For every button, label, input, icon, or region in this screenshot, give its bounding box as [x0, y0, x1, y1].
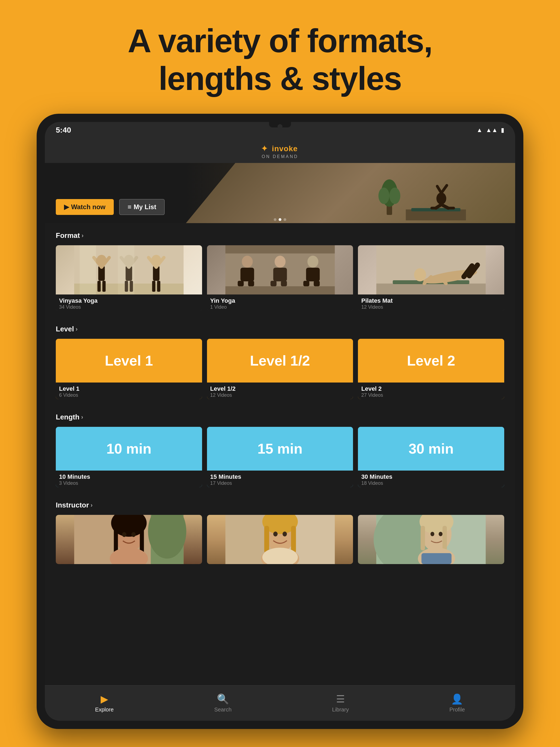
- level1-label: Level 1 6 Videos: [56, 383, 202, 399]
- svg-rect-84: [421, 526, 425, 550]
- length-cards-row: 10 min 10 Minutes 3 Videos 15 min: [56, 427, 504, 487]
- hero-yoga-figure: [406, 166, 466, 221]
- instructor-cards-row: [56, 515, 504, 564]
- tablet-screen: 5:40 ▲ ▲▲ ▮ ✦ invoke ON DEMAND: [45, 122, 515, 721]
- profile-label: Profile: [449, 706, 465, 713]
- instructor-label: Instructor: [56, 501, 89, 509]
- instructor3-image: [358, 515, 504, 564]
- level2-count: 27 Videos: [361, 392, 501, 398]
- svg-point-66: [122, 532, 126, 537]
- svg-rect-85: [443, 526, 447, 550]
- my-list-button[interactable]: ≡ My List: [119, 199, 165, 215]
- vinyasa-count: 34 Videos: [59, 304, 199, 310]
- format-card-yin[interactable]: Yin Yoga 1 Video: [207, 245, 353, 311]
- level2-title: Level 2: [361, 385, 501, 392]
- length-section: Length › 10 min 10 Minutes 3 Videos: [45, 405, 515, 493]
- level-card-1[interactable]: Level 1 Level 1 6 Videos: [56, 339, 202, 399]
- nav-profile[interactable]: 👤 Profile: [449, 693, 465, 713]
- signal-icon: ▲▲: [486, 127, 498, 134]
- tablet-camera: [278, 124, 282, 129]
- instructor3-svg: [358, 515, 504, 564]
- svg-rect-39: [238, 281, 244, 286]
- length10-body: 10 min: [56, 427, 202, 470]
- headline: A variety of formats, lengths & styles: [27, 22, 533, 97]
- svg-point-41: [275, 256, 285, 268]
- level-section: Level › Level 1 Level 1 6 Videos: [45, 317, 515, 405]
- length-card-15[interactable]: 15 min 15 Minutes 17 Videos: [207, 427, 353, 487]
- hero-image: [406, 166, 466, 221]
- svg-rect-65: [140, 529, 144, 553]
- yin-label: Yin Yoga 1 Video: [207, 294, 353, 311]
- battery-icon: ▮: [501, 127, 504, 134]
- format-card-pilates[interactable]: Pilates Mat 12 Videos: [358, 245, 504, 311]
- svg-rect-51: [377, 284, 486, 294]
- svg-rect-32: [157, 281, 160, 292]
- svg-point-76: [282, 532, 287, 537]
- level1-2-title: Level 1/2: [210, 385, 350, 392]
- instructor-chevron: ›: [91, 502, 93, 509]
- nav-library[interactable]: ☰ Library: [332, 693, 349, 713]
- svg-line-8: [441, 185, 447, 193]
- yin-count: 1 Video: [210, 304, 350, 310]
- instructor1-image: [56, 515, 202, 564]
- instructor-card-3[interactable]: [358, 515, 504, 564]
- length10-label: 10 Minutes 3 Videos: [56, 470, 202, 487]
- format-section-title[interactable]: Format ›: [56, 231, 504, 240]
- svg-point-67: [131, 532, 136, 537]
- hero-buttons: ▶ Watch now ≡ My List: [56, 199, 164, 215]
- wifi-icon: ▲: [477, 127, 483, 134]
- instructor-card-2[interactable]: [207, 515, 353, 564]
- headline-line2: lengths & styles: [159, 60, 401, 97]
- level1-body: Level 1: [56, 339, 202, 383]
- yin-svg: [207, 245, 353, 294]
- level-cards-row: Level 1 Level 1 6 Videos Level 1/2: [56, 339, 504, 399]
- watch-now-button[interactable]: ▶ Watch now: [56, 199, 114, 215]
- hero-plant: [378, 171, 400, 215]
- library-label: Library: [332, 706, 349, 713]
- level1-text: Level 1: [105, 353, 153, 369]
- svg-rect-34: [118, 245, 134, 294]
- instructor-section-title[interactable]: Instructor ›: [56, 501, 504, 509]
- pilates-svg: [358, 245, 504, 294]
- length10-text: 10 min: [106, 440, 152, 457]
- level-chevron: ›: [76, 326, 78, 333]
- instructor2-image: [207, 515, 353, 564]
- instructor2-svg: [207, 515, 353, 564]
- svg-rect-64: [114, 529, 118, 553]
- level1-2-body: Level 1/2: [207, 339, 353, 383]
- brand-tagline: ON DEMAND: [262, 154, 298, 159]
- svg-rect-36: [225, 286, 335, 294]
- length-section-title[interactable]: Length ›: [56, 413, 504, 421]
- length-card-30[interactable]: 30 min 30 Minutes 18 Videos: [358, 427, 504, 487]
- length-card-10[interactable]: 10 min 10 Minutes 3 Videos: [56, 427, 202, 487]
- svg-rect-40: [248, 281, 254, 286]
- level-card-2[interactable]: Level 2 Level 2 27 Videos: [358, 339, 504, 399]
- length30-label: 30 Minutes 18 Videos: [358, 470, 504, 487]
- svg-rect-38: [240, 268, 254, 281]
- content-area[interactable]: ▶ Watch now ≡ My List: [45, 163, 515, 685]
- level-card-1-2[interactable]: Level 1/2 Level 1/2 12 Videos: [207, 339, 353, 399]
- format-cards-row: Vinyasa Yoga 34 Videos: [56, 245, 504, 311]
- svg-point-12: [389, 187, 400, 204]
- instructor-card-1[interactable]: [56, 515, 202, 564]
- svg-point-11: [378, 187, 389, 204]
- svg-rect-42: [273, 268, 287, 281]
- format-card-vinyasa[interactable]: Vinyasa Yoga 34 Videos: [56, 245, 202, 311]
- explore-label: Explore: [95, 706, 114, 713]
- svg-rect-19: [97, 281, 101, 292]
- level1-2-label: Level 1/2 12 Videos: [207, 383, 353, 399]
- hero-dots: [274, 218, 286, 221]
- svg-point-37: [242, 256, 253, 268]
- level-section-title[interactable]: Level ›: [56, 325, 504, 333]
- length30-text: 30 min: [408, 440, 454, 457]
- nav-search[interactable]: 🔍 Search: [214, 693, 231, 713]
- svg-rect-74: [291, 526, 296, 553]
- nav-explore[interactable]: ▶ Explore: [95, 693, 114, 713]
- pilates-count: 12 Videos: [361, 304, 501, 310]
- svg-rect-33: [80, 245, 96, 294]
- vinyasa-svg: [56, 245, 202, 294]
- brand-icon: ✦: [261, 145, 268, 153]
- format-label: Format: [56, 231, 80, 240]
- status-icons: ▲ ▲▲ ▮: [477, 127, 504, 134]
- level1-count: 6 Videos: [59, 392, 199, 398]
